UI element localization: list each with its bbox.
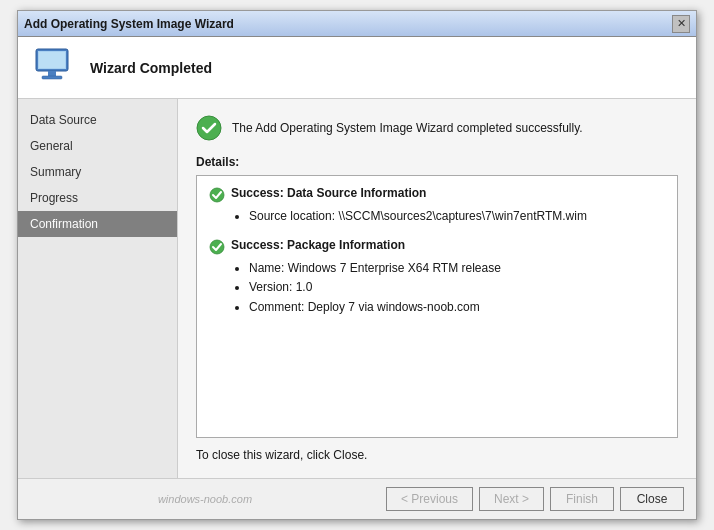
svg-rect-3 [42, 76, 62, 79]
detail-bullet-2-0: Name: Windows 7 Enterprise X64 RTM relea… [249, 259, 665, 278]
sidebar-item-summary[interactable]: Summary [18, 159, 177, 185]
detail-success-row-1: Success: Data Source Information [209, 186, 665, 203]
detail-section-datasource: Success: Data Source Information Source … [209, 186, 665, 226]
detail-success-row-2: Success: Package Information [209, 238, 665, 255]
watermark-text: windows-noob.com [30, 493, 380, 505]
detail-bullets-2: Name: Windows 7 Enterprise X64 RTM relea… [235, 259, 665, 317]
wizard-footer: windows-noob.com < Previous Next > Finis… [18, 478, 696, 519]
title-bar: Add Operating System Image Wizard ✕ [18, 11, 696, 37]
sidebar-item-general[interactable]: General [18, 133, 177, 159]
detail-section-package: Success: Package Information Name: Windo… [209, 238, 665, 317]
details-label: Details: [196, 155, 678, 169]
success-banner: The Add Operating System Image Wizard co… [196, 115, 678, 141]
detail-bullet-2-1: Version: 1.0 [249, 278, 665, 297]
success-message-text: The Add Operating System Image Wizard co… [232, 121, 583, 135]
detail-bullet-2-2: Comment: Deploy 7 via windows-noob.com [249, 298, 665, 317]
sidebar-item-data-source[interactable]: Data Source [18, 107, 177, 133]
detail-bullets-1: Source location: \\SCCM\sources2\capture… [235, 207, 665, 226]
content-area: Data Source General Summary Progress Con… [18, 99, 696, 478]
wizard-header-title: Wizard Completed [90, 60, 212, 76]
wizard-header: Wizard Completed [18, 37, 696, 99]
details-box: Success: Data Source Information Source … [196, 175, 678, 438]
svg-rect-2 [48, 71, 56, 76]
close-button[interactable]: Close [620, 487, 684, 511]
previous-button[interactable]: < Previous [386, 487, 473, 511]
main-content: The Add Operating System Image Wizard co… [178, 99, 696, 478]
wizard-window: Add Operating System Image Wizard ✕ Wiza… [17, 10, 697, 520]
detail-title-1: Success: Data Source Information [231, 186, 426, 200]
wizard-icon [32, 45, 78, 91]
detail-check-icon-2 [209, 239, 225, 255]
detail-check-icon-1 [209, 187, 225, 203]
close-window-button[interactable]: ✕ [672, 15, 690, 33]
detail-title-2: Success: Package Information [231, 238, 405, 252]
svg-point-5 [197, 116, 221, 140]
sidebar-item-progress[interactable]: Progress [18, 185, 177, 211]
success-checkmark-icon [196, 115, 222, 141]
window-title: Add Operating System Image Wizard [24, 17, 234, 31]
finish-button[interactable]: Finish [550, 487, 614, 511]
svg-rect-4 [39, 52, 65, 68]
close-hint-text: To close this wizard, click Close. [196, 448, 678, 462]
detail-bullet-1-0: Source location: \\SCCM\sources2\capture… [249, 207, 665, 226]
next-button[interactable]: Next > [479, 487, 544, 511]
wizard-sidebar: Data Source General Summary Progress Con… [18, 99, 178, 478]
sidebar-item-confirmation[interactable]: Confirmation [18, 211, 177, 237]
